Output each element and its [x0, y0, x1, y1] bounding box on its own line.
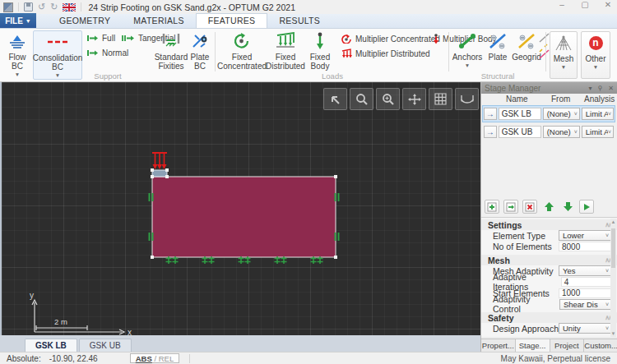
tab-geometry[interactable]: GEOMETRY — [48, 14, 122, 28]
normal-support-icon — [87, 49, 99, 57]
chevron-down-icon: ˅ — [605, 233, 609, 238]
standard-fixities-button[interactable]: Standard Fixities — [155, 30, 188, 71]
move-stage-down-button[interactable] — [560, 200, 575, 214]
minimize-button[interactable]: – — [556, 0, 568, 9]
chevron-down-icon: ▼ — [26, 18, 31, 24]
tab-features[interactable]: FEATURES — [196, 13, 268, 28]
load-arrowheads — [153, 164, 167, 169]
axis-indicator — [32, 300, 124, 334]
tab-customize[interactable]: Custom... — [584, 339, 617, 352]
stage-from-dropdown[interactable]: (None)˅ — [543, 126, 580, 138]
stage-from-dropdown[interactable]: (None)˅ — [543, 108, 580, 120]
stage-row[interactable]: → GSK UB (None)˅ Limit Ana˅ — [483, 124, 615, 140]
section-mesh[interactable]: Mesh∧∧ — [481, 255, 617, 265]
scroll-up-icon[interactable]: ▲ — [610, 219, 616, 224]
flow-bc-button[interactable]: Flow BC ▼ — [2, 30, 32, 78]
run-analysis-button[interactable] — [579, 200, 594, 214]
fixed-concentrated-button[interactable]: Fixed Concentrated — [220, 30, 263, 71]
start-elements-input[interactable]: 1000 — [559, 288, 611, 298]
multiplier-concentrated-button[interactable]: Multiplier Concentrated — [341, 34, 440, 44]
model-canvas[interactable]: y x 2 m — [0, 82, 480, 335]
file-menu-button[interactable]: FILE▼ — [0, 13, 36, 28]
stage-analysis-dropdown[interactable]: Limit Ana˅ — [582, 126, 614, 138]
adaptivity-control-dropdown[interactable]: Shear Dis˅ — [559, 299, 611, 310]
clone-stage-icon — [506, 202, 516, 212]
move-stage-up-button[interactable] — [541, 200, 556, 214]
geogrid-button[interactable]: Geogrid — [512, 30, 541, 62]
delete-stage-icon — [525, 202, 535, 212]
maximize-button[interactable]: ▢ — [579, 0, 591, 9]
mesh-adaptivity-dropdown[interactable]: Yes˅ — [559, 265, 611, 276]
field-row: No of Elements 8000 — [481, 242, 617, 253]
play-icon — [582, 202, 591, 212]
mesh-button[interactable]: Mesh ▼ — [550, 31, 578, 79]
panel-close-icon[interactable]: ✕ — [608, 85, 614, 92]
divider — [18, 2, 19, 12]
arrow-down-icon — [563, 201, 573, 212]
soil-domain[interactable] — [152, 177, 336, 257]
goto-stage-button[interactable]: → — [484, 108, 497, 120]
fixed-body-button[interactable]: Fixed Body — [308, 30, 332, 71]
plate-button[interactable]: Plate — [485, 30, 510, 62]
other-button[interactable]: n Other ▼ — [581, 31, 610, 79]
stage-analysis-dropdown[interactable]: Limit Ana˅ — [582, 108, 614, 120]
clone-stage-button[interactable] — [503, 200, 518, 214]
anchors-button[interactable]: Anchors ▼ — [451, 30, 484, 68]
ribbon-group-support: Flow BC ▼ Consolidation BC ▼ Full Normal — [0, 29, 216, 81]
divider — [81, 2, 81, 12]
support-normal-button[interactable]: Normal — [87, 48, 128, 58]
scrollbar-thumb[interactable] — [611, 228, 615, 268]
chevron-down-icon: ˅ — [608, 111, 611, 117]
standard-fixities-icon — [160, 30, 182, 52]
panel-menu-icon[interactable]: ▾ — [588, 85, 591, 92]
design-approach-dropdown[interactable]: Unity˅ — [559, 323, 611, 334]
tab-stage-manager[interactable]: Stage... — [516, 339, 550, 352]
column-from: From — [551, 94, 570, 104]
section-safety[interactable]: Safety∧∧ — [481, 312, 617, 323]
stage-name-input[interactable]: GSK LB — [499, 108, 541, 120]
save-icon[interactable] — [24, 2, 33, 12]
no-of-elements-input[interactable]: 8000 — [559, 242, 611, 251]
abs-rel-toggle[interactable]: ABS / REL — [130, 353, 179, 363]
fixed-body-icon — [315, 30, 325, 52]
footing-plate[interactable] — [152, 170, 167, 177]
plate-bc-button[interactable]: Plate BC — [188, 30, 212, 71]
doc-tab-gsk-lb[interactable]: GSK LB — [25, 339, 77, 352]
chevron-down-icon: ˅ — [605, 325, 609, 331]
cursor-coordinates: -10.90, 22.46 — [49, 354, 115, 363]
section-settings[interactable]: Settings∧∧ — [481, 219, 617, 230]
stage-name-input[interactable]: GSK UB — [499, 126, 541, 138]
ribbon-group-loads: Fixed Concentrated Fixed Distributed Fix… — [216, 29, 449, 81]
tab-results[interactable]: RESULTS — [267, 14, 332, 28]
tab-materials[interactable]: MATERIALS — [122, 14, 195, 28]
absolute-label: Absolute: — [7, 354, 41, 363]
redo-icon[interactable]: ↻ — [50, 2, 58, 12]
stage-properties: Settings∧∧ Element Type Lower˅ No of Ele… — [481, 217, 617, 339]
pin-icon[interactable]: ⚲ — [597, 85, 602, 92]
multiplier-distributed-button[interactable]: Multiplier Distributed — [341, 48, 430, 58]
stage-row[interactable]: → GSK LB (None)˅ Limit Ana˅ — [483, 106, 615, 122]
multiplier-concentrated-icon — [341, 34, 352, 44]
add-stage-button[interactable] — [485, 200, 499, 214]
uk-flag-icon[interactable] — [63, 3, 76, 12]
chevron-down-icon: ˅ — [605, 268, 609, 274]
undo-icon[interactable]: ↺ — [38, 2, 45, 12]
element-type-dropdown[interactable]: Lower˅ — [559, 230, 611, 241]
delete-stage-button[interactable] — [522, 200, 537, 214]
goto-stage-button[interactable]: → — [484, 126, 497, 138]
close-button[interactable]: ✕ — [602, 0, 614, 9]
group-label-structural: Structural — [449, 71, 546, 81]
fixed-distributed-button[interactable]: Fixed Distributed — [267, 30, 304, 71]
adaptive-iterations-input[interactable]: 4 — [561, 277, 611, 287]
distributed-load[interactable] — [152, 153, 167, 164]
tab-project[interactable]: Project — [550, 339, 585, 352]
doc-tab-gsk-ub[interactable]: GSK UB — [79, 339, 132, 352]
multiplier-body-icon — [433, 34, 439, 44]
scale-label: 2 m — [54, 317, 67, 326]
properties-scrollbar[interactable]: ▲ ▼ — [610, 219, 616, 337]
tab-properties[interactable]: Propert... — [481, 339, 516, 352]
stage-toolbar — [485, 200, 594, 214]
stage-manager-panel: Stage Manager ▾ ⚲ ✕ Name From Analysis →… — [480, 82, 617, 352]
scroll-down-icon[interactable]: ▼ — [610, 331, 616, 336]
support-full-button[interactable]: Full — [87, 34, 115, 43]
